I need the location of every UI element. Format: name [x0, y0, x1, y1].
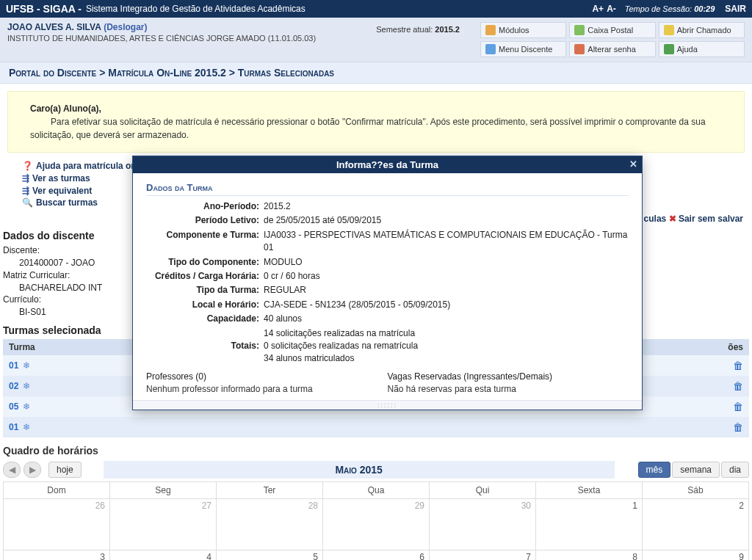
star-icon: ❄ [20, 422, 29, 432]
tree-icon: ⇶ [22, 186, 29, 196]
modal-title-bar: Informa??es da Turma ✕ [133, 156, 642, 173]
calendar-day[interactable]: 6 [323, 550, 430, 560]
modulos-icon [485, 25, 496, 35]
calendar-day[interactable]: 2 [643, 498, 749, 550]
menu-discente-icon [485, 44, 496, 54]
prev-month-button[interactable]: ◀ [3, 462, 21, 478]
senha-icon [574, 44, 585, 54]
table-row: 01 ❄ 🗑 [3, 417, 749, 437]
breadcrumb: Portal do Discente > Matrícula On-Line 2… [0, 62, 752, 84]
notice-box: Caro(a) Aluno(a), Para efetivar sua soli… [7, 91, 745, 153]
calendar-day[interactable]: 29 [323, 498, 430, 550]
calendar-day[interactable]: 26 [4, 498, 110, 550]
professores-col: Professores (0) Nenhum professor informa… [146, 371, 388, 394]
modal-close-button[interactable]: ✕ [629, 159, 637, 170]
logout-button[interactable]: SAIR [725, 4, 746, 14]
calendar-controls: ◀ ▶ hoje Maio 2015 mês semana dia [3, 461, 749, 479]
calendar: Dom Seg Ter Qua Qui Sexta Sáb 26 27 28 2… [3, 481, 749, 560]
calendar-day[interactable]: 28 [217, 498, 323, 550]
month-label: Maio 2015 [104, 461, 615, 479]
calendar-day[interactable]: 9 [643, 550, 749, 560]
font-increase-button[interactable]: A+ [592, 4, 604, 14]
calendar-day[interactable]: 7 [430, 550, 536, 560]
calendar-day[interactable]: 30 [430, 498, 536, 550]
schedule-title: Quadro de horários [3, 445, 749, 457]
today-button[interactable]: hoje [48, 462, 82, 478]
chamado-icon [664, 25, 674, 35]
menu-modulos[interactable]: Módulos [480, 22, 566, 38]
calendar-day[interactable]: 3 [4, 550, 110, 560]
menu-abrir-chamado[interactable]: Abrir Chamado [659, 22, 745, 38]
vagas-col: Vagas Reservadas (Ingressantes/Demais) N… [388, 371, 629, 394]
notice-salutation: Caro(a) Aluno(a), [30, 102, 722, 115]
deslogar-link[interactable]: (Deslogar) [104, 22, 147, 32]
next-month-button[interactable]: ▶ [24, 462, 41, 478]
sair-sem-salvar-link[interactable]: Sair sem salvar [679, 214, 743, 224]
tree-icon: ⇶ [22, 173, 29, 183]
calendar-day[interactable]: 8 [536, 550, 643, 560]
calendar-day[interactable]: 27 [110, 498, 217, 550]
star-icon: ❄ [20, 360, 29, 371]
username: JOAO ALVES A. SILVA [7, 22, 101, 32]
font-decrease-button[interactable]: A- [607, 4, 616, 14]
modal-section-title: Dados da Turma [146, 182, 629, 196]
menu-ajuda[interactable]: Ajuda [659, 41, 745, 57]
current-semester: Semestre atual: 2015.2 [376, 23, 473, 34]
caixa-icon [574, 25, 585, 35]
menu-caixa-postal[interactable]: Caixa Postal [569, 22, 655, 38]
view-month-button[interactable]: mês [638, 462, 671, 478]
calendar-day[interactable]: 5 [217, 550, 323, 560]
modal-resize-handle[interactable]: :::::: [133, 400, 642, 410]
turma-info-modal: Informa??es da Turma ✕ Dados da Turma An… [132, 156, 643, 410]
menu-alterar-senha[interactable]: Alterar senha [569, 41, 655, 57]
quick-menu: Módulos Caixa Postal Abrir Chamado Menu … [480, 22, 745, 57]
session-timer: Tempo de Sessão: 00:29 [625, 4, 715, 13]
user-bar: JOAO ALVES A. SILVA (Deslogar) INSTITUTO… [0, 18, 752, 62]
brand-subtitle: Sistema Integrado de Gestão de Atividade… [86, 4, 306, 14]
delete-button[interactable]: 🗑 [440, 417, 749, 437]
star-icon: ❄ [20, 381, 29, 391]
menu-discente[interactable]: Menu Discente [480, 41, 566, 57]
department: INSTITUTO DE HUMANIDADES, ARTES E CIÊNCI… [7, 34, 376, 43]
view-week-button[interactable]: semana [672, 462, 720, 478]
calendar-day[interactable]: 1 [536, 498, 643, 550]
star-icon: ❄ [20, 401, 29, 412]
brand: UFSB - SIGAA - [6, 3, 82, 15]
close-x-icon: ✖ [669, 214, 679, 224]
help-icon: ❓ [22, 161, 33, 171]
ajuda-icon [664, 44, 674, 54]
search-icon: 🔍 [22, 197, 33, 208]
notice-body: Para efetivar sua solicitação de matrícu… [30, 115, 722, 142]
view-day-button[interactable]: dia [721, 462, 749, 478]
calendar-day[interactable]: 4 [110, 550, 217, 560]
top-bar: UFSB - SIGAA - Sistema Integrado de Gest… [0, 0, 752, 18]
